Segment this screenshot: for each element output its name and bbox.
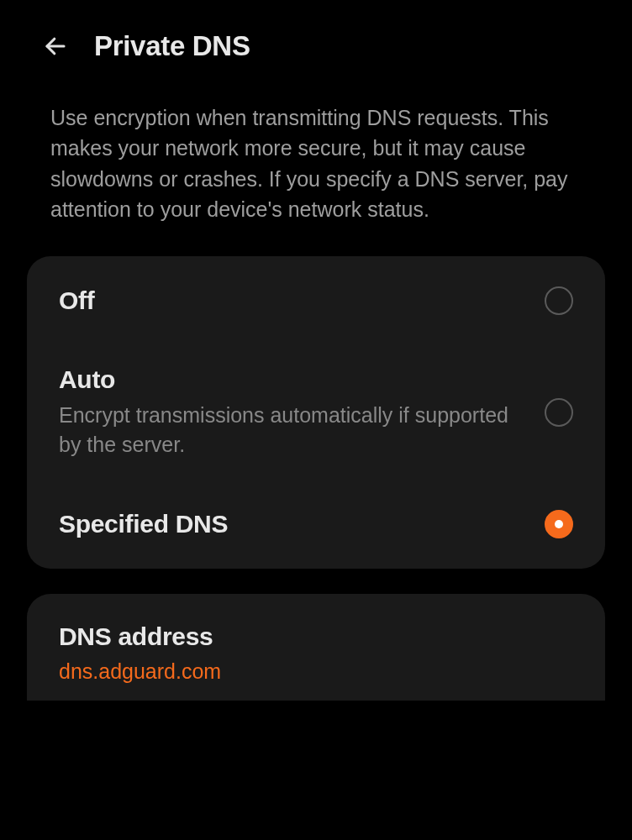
option-auto-title: Auto <box>59 365 528 394</box>
header: Private DNS <box>0 0 632 82</box>
option-off-content: Off <box>59 286 545 315</box>
dns-address-label: DNS address <box>59 622 573 651</box>
back-icon[interactable] <box>42 33 69 60</box>
option-off-title: Off <box>59 286 528 315</box>
page-title: Private DNS <box>94 30 250 62</box>
option-specified-title: Specified DNS <box>59 510 528 538</box>
option-auto[interactable]: Auto Encrypt transmissions automatically… <box>27 340 605 485</box>
radio-auto[interactable] <box>545 398 573 427</box>
radio-off[interactable] <box>545 286 573 315</box>
option-specified[interactable]: Specified DNS <box>27 485 605 564</box>
page-description: Use encryption when transmitting DNS req… <box>0 82 632 249</box>
option-specified-content: Specified DNS <box>59 510 545 538</box>
dns-mode-card: Off Auto Encrypt transmissions automatic… <box>27 256 605 569</box>
option-auto-subtitle: Encrypt transmissions automatically if s… <box>59 401 528 459</box>
dns-address-card[interactable]: DNS address dns.adguard.com <box>27 594 605 701</box>
option-auto-content: Auto Encrypt transmissions automatically… <box>59 365 545 459</box>
dns-address-value: dns.adguard.com <box>59 659 573 684</box>
option-off[interactable]: Off <box>27 261 605 340</box>
radio-specified[interactable] <box>545 510 573 538</box>
